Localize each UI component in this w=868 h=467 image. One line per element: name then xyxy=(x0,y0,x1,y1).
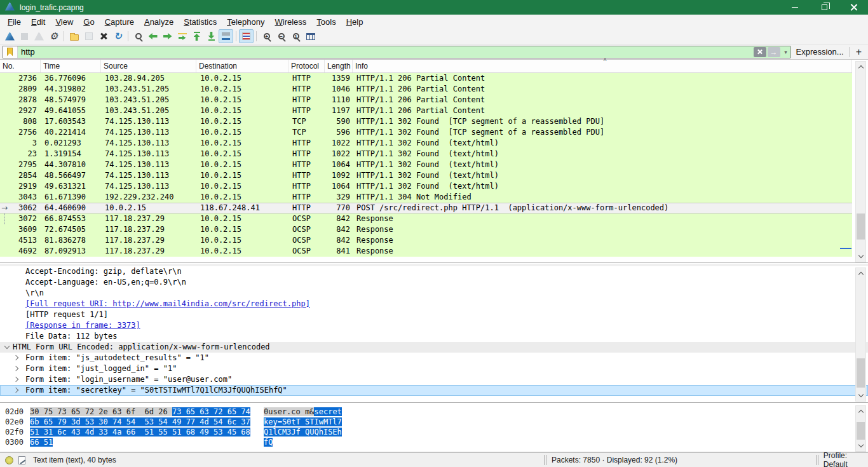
details-scrollbar[interactable] xyxy=(855,267,866,402)
packet-row[interactable]: 469287.092913117.18.237.2910.0.2.15OCSP8… xyxy=(0,246,852,257)
menu-file[interactable]: File xyxy=(3,16,26,28)
column-header-source[interactable]: Source xyxy=(101,60,196,72)
start-capture-button[interactable] xyxy=(3,29,17,43)
detail-row[interactable]: Accept-Language: en-US,en;q=0.9\r\n xyxy=(0,277,868,288)
capture-options-button[interactable]: ⚙ xyxy=(46,29,61,43)
expander-open-icon[interactable] xyxy=(4,344,10,349)
zoom-original-button[interactable]: 1 xyxy=(288,29,303,43)
packet-row[interactable]: 231.31915474.125.130.11310.0.2.15HTTP102… xyxy=(0,149,852,159)
expander-closed-icon[interactable] xyxy=(13,388,18,393)
filter-bookmark-button[interactable] xyxy=(3,46,18,58)
packet-row[interactable]: 304361.671390192.229.232.24010.0.2.15HTT… xyxy=(0,192,852,203)
packet-row[interactable]: 279544.30781074.125.130.11310.0.2.15HTTP… xyxy=(0,159,852,170)
expander-closed-icon[interactable] xyxy=(13,377,18,382)
find-packet-button[interactable] xyxy=(131,29,146,43)
column-header-time[interactable]: Time xyxy=(41,60,101,72)
packet-row[interactable]: 30.02129374.125.130.11310.0.2.15HTTP1022… xyxy=(0,138,852,149)
scroll-up-icon[interactable] xyxy=(856,407,865,416)
expander-closed-icon[interactable] xyxy=(13,355,18,360)
packet-list-scroll-thumb[interactable] xyxy=(857,213,865,240)
hex-row[interactable]: 02f051 31 6c 43 4d 33 4a 66 51 55 51 68 … xyxy=(0,427,868,437)
resize-columns-button[interactable] xyxy=(303,29,318,43)
detail-row[interactable]: Form item: "login_username" = "user@user… xyxy=(0,374,868,385)
packet-row[interactable]: 275640.22141474.125.130.11310.0.2.15TCP5… xyxy=(0,127,852,138)
zoom-in-button[interactable]: + xyxy=(259,29,274,43)
packet-row[interactable]: 291949.63132174.125.130.11310.0.2.15HTTP… xyxy=(0,181,852,192)
restore-button[interactable] xyxy=(810,0,839,15)
details-scroll-thumb[interactable] xyxy=(857,358,865,388)
filter-clear-button[interactable] xyxy=(754,47,766,57)
close-file-button[interactable] xyxy=(96,29,111,43)
colorize-toggle[interactable] xyxy=(239,29,254,43)
auto-scroll-toggle[interactable] xyxy=(219,29,233,43)
expression-button[interactable]: Expression... xyxy=(791,47,849,57)
packet-row[interactable]: 287848.574979103.243.51.20510.0.2.15HTTP… xyxy=(0,95,852,105)
menu-wireless[interactable]: Wireless xyxy=(270,16,312,28)
menu-edit[interactable]: Edit xyxy=(26,16,50,28)
expander-closed-icon[interactable] xyxy=(13,366,18,371)
stop-capture-button[interactable] xyxy=(17,29,32,43)
packet-row[interactable]: 451381.836278117.18.237.2910.0.2.15OCSP8… xyxy=(0,235,852,246)
menu-telephony[interactable]: Telephony xyxy=(222,16,269,28)
reload-file-button[interactable]: ↻ xyxy=(111,29,125,43)
column-header-destination[interactable]: Destination xyxy=(196,60,288,72)
detail-row[interactable]: [Full request URI: http://www.mail4india… xyxy=(0,299,868,309)
scroll-down-icon[interactable] xyxy=(856,252,865,261)
detail-row[interactable]: Form item: "just_logged_in" = "1" xyxy=(0,363,868,374)
packet-row[interactable]: 273636.776096103.28.94.20510.0.2.15HTTP1… xyxy=(0,73,852,84)
go-forward-button[interactable] xyxy=(160,29,175,43)
hex-row[interactable]: 02d030 75 73 65 72 2e 63 6f 6d 26 73 65 … xyxy=(0,407,868,417)
restart-capture-button[interactable] xyxy=(32,29,46,43)
menu-go[interactable]: Go xyxy=(78,16,99,28)
filter-add-button[interactable]: + xyxy=(850,46,868,58)
scroll-down-icon[interactable] xyxy=(856,391,865,400)
scroll-up-icon[interactable] xyxy=(856,269,865,278)
menu-analyze[interactable]: Analyze xyxy=(139,16,179,28)
packet-row[interactable]: 3062→64.46069010.0.2.15118.67.248.41HTTP… xyxy=(0,203,852,213)
save-file-button[interactable] xyxy=(81,29,96,43)
menu-statistics[interactable]: Statistics xyxy=(179,16,222,28)
filter-dropdown-button[interactable]: ▾ xyxy=(782,49,790,55)
go-to-bottom-button[interactable] xyxy=(204,29,219,43)
display-filter-field[interactable]: http → ▾ xyxy=(2,46,791,58)
expert-info-icon[interactable] xyxy=(5,456,13,464)
minimize-button[interactable] xyxy=(780,0,810,15)
zoom-out-button[interactable]: − xyxy=(274,29,288,43)
menu-capture[interactable]: Capture xyxy=(100,16,139,28)
go-to-top-button[interactable] xyxy=(189,29,204,43)
packet-row[interactable]: 360972.674505117.18.237.2910.0.2.15OCSP8… xyxy=(0,224,852,235)
go-back-button[interactable] xyxy=(146,29,160,43)
packet-row[interactable]: 280944.319802103.243.51.20510.0.2.15HTTP… xyxy=(0,84,852,95)
bytes-scrollbar[interactable] xyxy=(855,405,866,452)
menu-view[interactable]: View xyxy=(50,16,78,28)
detail-row[interactable]: HTML Form URL Encoded: application/x-www… xyxy=(0,342,868,353)
close-button[interactable] xyxy=(839,0,868,15)
packet-list-scrollbar[interactable] xyxy=(855,61,866,262)
column-header-no[interactable]: No. xyxy=(0,60,41,72)
scroll-up-icon[interactable] xyxy=(856,62,865,72)
detail-row[interactable]: [HTTP request 1/1] xyxy=(0,309,868,320)
open-file-button[interactable] xyxy=(67,29,81,43)
detail-row[interactable]: Accept-Encoding: gzip, deflate\r\n xyxy=(0,266,868,277)
detail-row[interactable]: File Data: 112 bytes xyxy=(0,331,868,342)
packet-row[interactable]: 80817.60354374.125.130.11310.0.2.15TCP59… xyxy=(0,116,852,127)
packet-row[interactable]: 285448.56649774.125.130.11310.0.2.15HTTP… xyxy=(0,170,852,181)
packet-row[interactable]: 307266.874553117.18.237.2910.0.2.15OCSP8… xyxy=(0,213,852,224)
hex-row[interactable]: 02e06b 65 79 3d 53 30 74 54 53 54 49 77 … xyxy=(0,417,868,427)
column-header-protocol[interactable]: Protocol xyxy=(288,60,325,72)
display-filter-input[interactable]: http xyxy=(18,47,754,57)
go-to-packet-button[interactable] xyxy=(175,29,189,43)
detail-row[interactable]: [Response in frame: 3373] xyxy=(0,320,868,331)
menu-tools[interactable]: Tools xyxy=(311,16,341,28)
column-header-length[interactable]: Length xyxy=(325,60,353,72)
status-profile[interactable]: Profile: Default xyxy=(824,451,868,467)
scroll-down-icon[interactable] xyxy=(856,441,865,450)
hex-row[interactable]: 030066 51fQ xyxy=(0,437,868,447)
capture-comment-icon[interactable] xyxy=(18,456,25,464)
filter-apply-button[interactable]: → xyxy=(768,47,780,57)
detail-row[interactable]: \r\n xyxy=(0,288,868,299)
packet-row[interactable]: 292749.641055103.243.51.20510.0.2.15HTTP… xyxy=(0,105,852,116)
bytes-scroll-thumb[interactable] xyxy=(857,422,865,440)
menu-help[interactable]: Help xyxy=(341,16,369,28)
detail-row[interactable]: Form item: "secretkey" = "S0tTSTIwMTl7Q1… xyxy=(0,385,868,396)
